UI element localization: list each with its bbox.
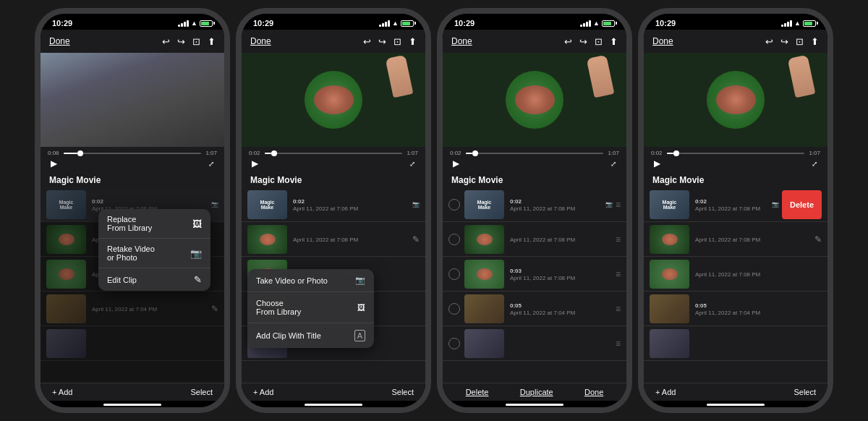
progress-track-1[interactable] (64, 153, 202, 154)
signal-icon-2 (379, 20, 390, 27)
progress-track-4[interactable] (667, 153, 805, 154)
select-button-4[interactable]: Select (793, 388, 816, 396)
phone-4-screen: 10:29 ▲ Done ↩ ↪ ⊡ (644, 14, 827, 407)
share-icon-4[interactable]: ⬆ (811, 36, 819, 47)
clip-item-4-2[interactable]: April 11, 2022 at 7:08 PM ✎ (644, 222, 827, 257)
select-circle-3-3[interactable] (448, 268, 460, 280)
share-icon-3[interactable]: ⬆ (610, 36, 618, 47)
done-button-4[interactable]: Done (652, 36, 673, 46)
clip-item-3-1[interactable]: MagicMake 0:02 April 11, 2022 at 7:08 PM… (443, 187, 626, 222)
phone-2-screen: 10:29 ▲ Done ↩ ↪ ⊡ (242, 14, 425, 407)
add-button-4[interactable]: + Add (655, 388, 676, 396)
trim-icon-1[interactable]: ⊡ (192, 36, 200, 47)
play-button-1[interactable]: ▶ (51, 158, 57, 169)
clip-item-4-3[interactable]: April 11, 2022 at 7:08 PM (644, 257, 827, 292)
phone-3: 10:29 ▲ Done ↩ ↪ ⊡ (437, 8, 632, 413)
trim-icon-2[interactable]: ⊡ (393, 36, 401, 47)
select-circle-3-4[interactable] (448, 303, 460, 315)
reorder-icon-3-4[interactable]: ≡ (616, 304, 621, 314)
play-button-3[interactable]: ▶ (453, 158, 459, 169)
fullscreen-button-2[interactable]: ⤢ (409, 160, 415, 168)
delete-action-3[interactable]: Delete (466, 388, 489, 396)
clip-item-3-5[interactable]: ≡ (443, 326, 626, 361)
undo-icon-3[interactable]: ↩ (564, 36, 572, 47)
select-circle-3-2[interactable] (448, 234, 460, 245)
phone-2: 10:29 ▲ Done ↩ ↪ ⊡ (236, 8, 431, 413)
clip-item-3-2[interactable]: April 11, 2022 at 7:08 PM ≡ (443, 222, 626, 257)
select-button-1[interactable]: Select (190, 388, 213, 396)
context-menu-retake-1[interactable]: Retake Videoor Photo 📷 (98, 239, 210, 268)
add-button-2[interactable]: + Add (253, 388, 273, 396)
undo-icon-2[interactable]: ↩ (363, 36, 371, 47)
clip-item-4-5[interactable] (644, 326, 827, 361)
share-icon-1[interactable]: ⬆ (208, 36, 216, 47)
clip-item-4-4[interactable]: 0:05 April 11, 2022 at 7:04 PM (644, 292, 827, 326)
food-3-2 (477, 234, 493, 245)
progress-fill-1 (64, 153, 77, 154)
trim-icon-3[interactable]: ⊡ (595, 36, 603, 47)
fullscreen-button-3[interactable]: ⤢ (610, 160, 616, 168)
select-circle-3-1[interactable] (448, 199, 460, 210)
share-icon-2[interactable]: ⬆ (409, 36, 417, 47)
progress-track-3[interactable] (466, 153, 604, 154)
fullscreen-button-1[interactable]: ⤢ (208, 160, 214, 168)
undo-icon-1[interactable]: ↩ (162, 36, 170, 47)
clip-date-2-2: April 11, 2022 at 7:08 PM (293, 237, 409, 243)
reorder-icon-3-2[interactable]: ≡ (616, 234, 621, 244)
duplicate-action-3[interactable]: Duplicate (520, 388, 553, 396)
progress-thumb-3 (472, 150, 478, 156)
clip-item-4-1[interactable]: MagicMake 0:02 April 11, 2022 at 7:08 PM… (644, 187, 827, 222)
home-indicator-4 (707, 404, 765, 406)
context-menu-edit-1[interactable]: Edit Clip ✎ (98, 268, 210, 291)
clip-item-2-2[interactable]: April 11, 2022 at 7:08 PM ✎ (242, 222, 425, 257)
progress-thumb-4 (673, 150, 679, 156)
select-button-2[interactable]: Select (391, 388, 414, 396)
clip-item-3-4[interactable]: 0:05 April 11, 2022 at 7:04 PM ≡ (443, 292, 626, 326)
clip-title-2-1: 0:02 (293, 197, 412, 205)
progress-row-4: 0:02 1:07 (651, 150, 820, 156)
context-menu-replace-1[interactable]: ReplaceFrom Library 🖼 (98, 209, 210, 239)
plate-outer-3 (506, 71, 563, 129)
add-menu-take-2[interactable]: Take Video or Photo 📷 (247, 269, 374, 292)
progress-thumb-1 (77, 150, 83, 156)
done-button-1[interactable]: Done (49, 36, 70, 46)
edit-action-2-2[interactable]: ✎ (412, 234, 420, 244)
take-label-2: Take Video or Photo (256, 276, 328, 285)
redo-icon-4[interactable]: ↪ (780, 36, 788, 47)
done-button-2[interactable]: Done (250, 36, 271, 46)
video-controls-2: 0:02 1:07 ▶ ⤢ (242, 147, 425, 171)
edit-action-4-2[interactable]: ✎ (814, 234, 822, 244)
clip-item-3-3[interactable]: 0:03 April 11, 2022 at 7:08 PM ≡ (443, 257, 626, 292)
progress-track-2[interactable] (265, 153, 403, 154)
video-controls-4: 0:02 1:07 ▶ ⤢ (644, 147, 827, 171)
redo-icon-1[interactable]: ↪ (177, 36, 185, 47)
play-button-4[interactable]: ▶ (654, 158, 660, 169)
food-4-3 (662, 268, 678, 280)
clip-info-4-2: April 11, 2022 at 7:08 PM (695, 236, 812, 243)
clip-item-2-1[interactable]: MagicMake 0:02 April 11, 2022 at 7:06 PM… (242, 187, 425, 222)
clip-info-2-1: 0:02 April 11, 2022 at 7:06 PM (293, 197, 412, 212)
clip-info-3-4: 0:05 April 11, 2022 at 7:04 PM (510, 302, 613, 316)
add-menu-choose-2[interactable]: ChooseFrom Library 🖼 (247, 292, 374, 323)
done-action-3[interactable]: Done (584, 388, 603, 396)
reorder-icon-3-3[interactable]: ≡ (616, 269, 621, 279)
bottom-bar-4: + Add Select (644, 383, 827, 401)
playback-row-4: ▶ ⤢ (651, 158, 820, 169)
redo-icon-2[interactable]: ↪ (378, 36, 386, 47)
add-button-1[interactable]: + Add (52, 388, 72, 396)
redo-icon-3[interactable]: ↪ (579, 36, 587, 47)
battery-icon-1 (200, 20, 213, 27)
done-button-3[interactable]: Done (451, 36, 472, 46)
reorder-icon-3-5[interactable]: ≡ (616, 339, 621, 349)
add-menu-title-2[interactable]: Add Clip With Title A (247, 323, 374, 348)
delete-swipe-button-4[interactable]: Delete (782, 190, 822, 219)
mini-plate-3-2 (464, 225, 504, 254)
clip-thumb-4-5 (650, 329, 689, 358)
play-button-2[interactable]: ▶ (252, 158, 258, 169)
fullscreen-button-4[interactable]: ⤢ (812, 160, 817, 168)
trim-icon-4[interactable]: ⊡ (796, 36, 804, 47)
select-circle-3-5[interactable] (448, 338, 460, 349)
undo-icon-4[interactable]: ↩ (765, 36, 773, 47)
bottom-bar-2: + Add Select (242, 383, 425, 401)
reorder-icon-3-1[interactable]: ≡ (616, 200, 621, 210)
